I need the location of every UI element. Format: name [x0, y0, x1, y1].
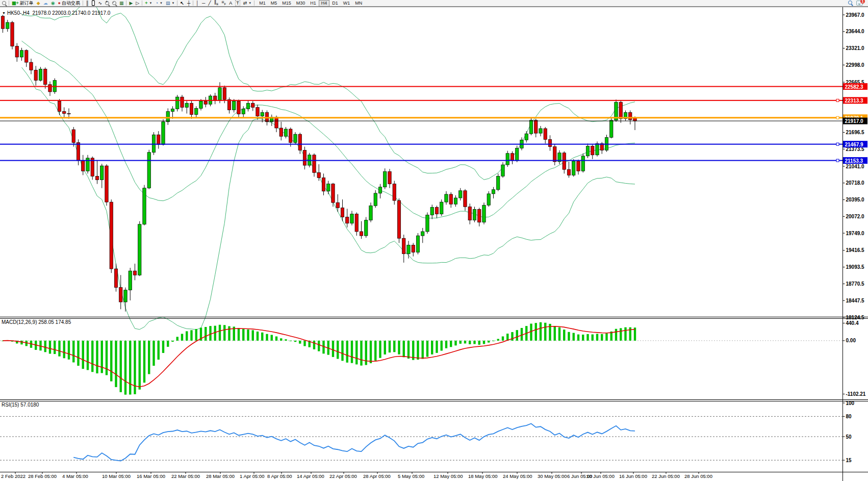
horizontal-line-icon[interactable]: ─ — [200, 0, 207, 6]
candle — [119, 288, 122, 302]
macd-bar — [568, 332, 570, 341]
new-order-icon: ▦+ — [12, 1, 19, 6]
macd-bar — [209, 326, 211, 341]
macd-bar — [596, 334, 598, 341]
toolbar-separator — [83, 1, 83, 6]
hline-handle[interactable] — [836, 116, 839, 119]
macd-bar — [275, 337, 277, 341]
candle — [577, 161, 580, 171]
panel-separators — [0, 7, 868, 472]
hline-22582.3[interactable] — [0, 86, 843, 87]
tab-D1[interactable]: D1 — [329, 0, 341, 7]
time-label: 1 Apr 05:00 — [240, 473, 265, 479]
cursor-icon[interactable]: ↖ — [178, 0, 186, 6]
candle — [15, 46, 18, 57]
candle — [313, 155, 316, 173]
tab-M1[interactable]: M1 — [257, 0, 268, 7]
candle — [591, 146, 594, 155]
chat-icon[interactable]: 1 — [856, 1, 863, 6]
macd-bar — [162, 341, 164, 353]
auto-scroll-icon[interactable]: ▶ — [127, 0, 134, 6]
candle — [581, 156, 584, 171]
macd-bar — [190, 330, 192, 341]
periods-button[interactable]: ◔▼ — [154, 0, 164, 6]
magnifier-icon[interactable] — [1, 0, 8, 6]
macd-bar — [261, 333, 263, 341]
indicators-button[interactable]: +▼ — [143, 0, 154, 6]
time-label: 28 Apr 05:00 — [363, 473, 391, 479]
chart-shift-icon[interactable]: ▷ — [134, 0, 141, 6]
macd-bar — [407, 341, 410, 359]
line-chart-icon[interactable]: ∿ — [96, 0, 104, 6]
price-axis[interactable]: 440.40.00-1102.2110080501523967.023644.0… — [843, 7, 868, 481]
candle — [76, 142, 80, 161]
symbol-readout[interactable]: ▼HK50-,H4 21978.0 22003.0 21740.0 21917.… — [2, 10, 110, 16]
candle — [487, 194, 490, 205]
macd-bar — [63, 341, 65, 358]
hline-handle[interactable] — [836, 143, 839, 145]
bar-chart-icon[interactable]: ║ — [84, 0, 90, 6]
macd-bar — [365, 341, 367, 365]
macd-bar — [521, 328, 523, 341]
candlestick-icon[interactable] — [90, 0, 96, 6]
autotrading-button[interactable]: ● 自动交易 — [57, 0, 82, 6]
fibonacci-icon[interactable]: ≡F — [220, 0, 227, 6]
candle — [44, 69, 47, 84]
search-icon[interactable] — [848, 1, 852, 6]
macd-bar — [615, 329, 617, 341]
macd-bar — [120, 341, 122, 392]
crosshair-icon[interactable]: ┼ — [186, 0, 192, 6]
hline-22313.3[interactable] — [0, 100, 843, 101]
hline-21467.9[interactable] — [0, 144, 843, 145]
gold-box-icon[interactable]: ◆ — [35, 0, 42, 6]
candle — [336, 202, 339, 208]
tab-M5[interactable]: M5 — [268, 0, 280, 7]
time-label: 12 May 05:00 — [433, 473, 463, 479]
signal-icon[interactable]: ◉ — [49, 0, 57, 6]
candle — [596, 143, 599, 155]
tab-M15[interactable]: M15 — [279, 0, 294, 7]
candle — [317, 172, 320, 178]
hline-21979.1[interactable] — [0, 117, 843, 118]
price-tick-label: 21041.0 — [846, 164, 865, 169]
new-order-button[interactable]: ▦+ 新订单 — [10, 0, 35, 6]
candle — [279, 128, 283, 136]
templates-button[interactable]: ▤▼ — [164, 0, 176, 6]
hline-handle[interactable] — [836, 99, 839, 102]
hline-21153.3[interactable] — [0, 160, 843, 161]
arrows-icon[interactable]: ⇄▼ — [242, 0, 253, 6]
tab-H1[interactable]: H1 — [308, 0, 319, 7]
tab-H4[interactable]: H4 — [319, 0, 330, 7]
macd-bar — [592, 335, 594, 341]
text-icon[interactable]: A — [227, 0, 234, 6]
macd-bar — [398, 341, 400, 355]
text-label-icon[interactable]: T — [234, 0, 242, 6]
price-tick-label: 19416.5 — [846, 247, 865, 253]
vertical-line-icon[interactable]: │ — [194, 0, 200, 6]
macd-bar — [426, 341, 428, 357]
tab-W1[interactable]: W1 — [341, 0, 353, 7]
tile-windows-icon[interactable]: ▦ — [118, 0, 125, 6]
tab-M30[interactable]: M30 — [294, 0, 308, 7]
price-tick-label: 20072.0 — [846, 214, 865, 219]
equidistant-channel-icon[interactable]: ∥E — [213, 0, 220, 6]
zoom-out-icon[interactable]: - — [111, 0, 118, 6]
candle — [195, 108, 198, 114]
macd-bar — [72, 341, 74, 363]
cloud-icon[interactable]: ☁ — [42, 0, 49, 6]
candle — [384, 171, 387, 187]
macd-bar — [242, 329, 244, 341]
price-label-21467.9-text: 21467.9 — [845, 142, 864, 147]
candle — [327, 184, 330, 191]
toolbar-separator — [126, 1, 126, 6]
trendline-icon[interactable]: ╱ — [207, 0, 212, 6]
zoom-in-icon[interactable]: + — [104, 0, 111, 6]
tab-MN[interactable]: MN — [352, 0, 365, 7]
macd-bar — [176, 337, 178, 340]
macd-bar — [530, 324, 532, 341]
macd-bar — [403, 341, 405, 357]
toolbar: ▦+ 新订单 ◆ ☁ ◉ ● 自动交易 ║ ∿ + - ▦ ▶ ▷ +▼ ◔▼ … — [0, 0, 868, 7]
time-axis[interactable]: 2 Feb 202228 Feb 05:004 Mar 05:0010 Mar … — [1, 472, 712, 479]
hline-handle[interactable] — [836, 159, 839, 162]
macd-bar — [44, 341, 46, 352]
